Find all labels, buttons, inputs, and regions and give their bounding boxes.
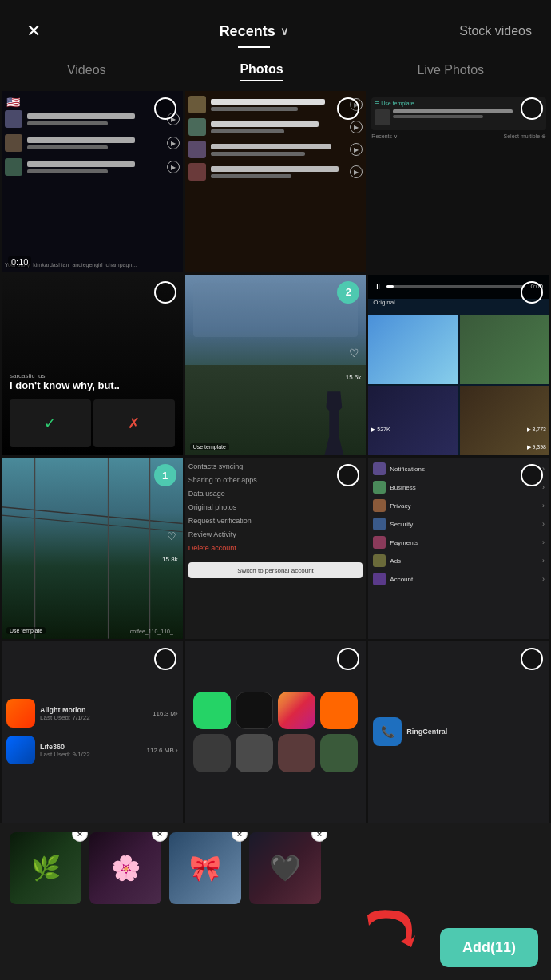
bottom-bar: Add(11) xyxy=(0,919,551,980)
instagram-icon xyxy=(278,692,315,729)
tray-thumb-1: 🌿 xyxy=(10,832,81,904)
grid-item-3[interactable]: ☰ Use template Recents ∨ Select multiple… xyxy=(368,91,549,272)
grid-item-5[interactable]: Use template 2 ♡ 15.6k xyxy=(185,275,367,456)
original-label: Original xyxy=(373,299,395,306)
data-usage-label: Data usage xyxy=(188,490,363,498)
header-title-group: Recents ∨ xyxy=(220,23,288,40)
add-button[interactable]: Add(11) xyxy=(440,928,538,967)
tray-thumb-2: 🌸 xyxy=(89,832,161,904)
tab-photos[interactable]: Photos xyxy=(240,62,283,81)
grid-item-7[interactable]: Use template coffee_110_110_... 1 ♡ 15.8… xyxy=(2,458,183,639)
grid-item-9[interactable]: Notifications › Business › Privacy › Sec… xyxy=(368,458,549,639)
request-verification-label: Request verification xyxy=(188,517,363,525)
tray-thumb-4: 🖤 xyxy=(249,832,321,904)
red-arrow-icon xyxy=(359,903,423,959)
tab-videos[interactable]: Videos xyxy=(67,63,106,81)
grid-item-10[interactable]: Alight Motion Last Used: 7/1/22 116.3 M›… xyxy=(2,641,183,823)
selection-badge-7[interactable]: 1 xyxy=(154,464,176,486)
username-3: andiegengirl xyxy=(72,262,102,268)
notifications-label: Notifications xyxy=(390,466,425,473)
selection-badge-4[interactable] xyxy=(154,281,176,304)
tray-close-1[interactable]: × xyxy=(72,832,88,842)
selection-badge-12[interactable] xyxy=(521,648,543,670)
grid-item-7-user: coffee_110_110_... xyxy=(130,629,178,634)
view-count-1: ▶ 527K xyxy=(371,427,390,433)
alight-motion-size: 116.3 M› xyxy=(153,710,178,717)
close-button[interactable]: ✕ xyxy=(19,21,48,42)
alight-motion-name: Alight Motion xyxy=(40,706,148,714)
use-template-badge-7: Use template xyxy=(6,627,46,634)
security-label: Security xyxy=(390,521,413,528)
chevron-priv: › xyxy=(542,502,545,510)
grid-item-6[interactable]: ⏸ 0:00 Original ▶ 527K ▶ 3,773 ▶ 9,398 xyxy=(368,275,549,456)
stock-videos-tab[interactable]: Stock videos xyxy=(459,24,532,38)
use-template-label: ☰ Use template xyxy=(375,101,414,107)
chevron-sec: › xyxy=(542,520,545,528)
selection-badge-5[interactable]: 2 xyxy=(337,281,359,304)
switch-account-btn: Switch to personal account xyxy=(237,567,314,574)
page-title: Recents xyxy=(220,23,276,40)
selection-badge-3[interactable] xyxy=(521,97,543,120)
grid-item-8[interactable]: Contacts syncing Sharing to other apps D… xyxy=(185,458,367,639)
selection-badge-1[interactable] xyxy=(154,97,176,120)
ringcentral-icon: 📞 xyxy=(381,725,394,738)
capcut-icon xyxy=(236,692,273,729)
grid-item-1[interactable]: 🇺🇸 ▶ ▶ ▶ Your story xyxy=(2,91,183,272)
selected-tray: 🌿 × 🌸 × 🎀 × 🖤 × xyxy=(0,823,551,919)
soundcloud-icon xyxy=(320,692,358,729)
sub-grid-green xyxy=(460,315,549,384)
grid-item-4[interactable]: sarcastic_us I don't know why, but.. ✓ ✗ xyxy=(2,275,183,456)
tray-item-1[interactable]: 🌿 × xyxy=(10,832,81,904)
business-label: Business xyxy=(390,484,415,491)
tray-item-2[interactable]: 🌸 × xyxy=(89,832,161,904)
x-icon: ✗ xyxy=(128,415,140,432)
payments-label: Payments xyxy=(390,539,418,546)
review-activity-label: Review Activity xyxy=(188,530,363,538)
tray-close-3[interactable]: × xyxy=(232,832,248,842)
like-icon-7: ♡ xyxy=(167,530,176,542)
view-count-3: ▶ 9,398 xyxy=(527,444,546,450)
chevron-pay: › xyxy=(542,538,545,546)
tab-live-photos[interactable]: Live Photos xyxy=(417,63,484,81)
username-4: champagn... xyxy=(106,262,137,268)
tray-close-2[interactable]: × xyxy=(152,832,168,842)
header: ✕ Recents ∨ Stock videos xyxy=(0,0,551,48)
recents-label: Recents ∨ xyxy=(371,133,398,140)
grid-item-12[interactable]: 📞 RingCentral xyxy=(368,641,549,823)
flag-icon: 🇺🇸 xyxy=(6,96,20,109)
contacts-syncing-label: Contacts syncing xyxy=(188,462,363,470)
like-icon-5: ♡ xyxy=(349,347,359,359)
sub-grid-sky xyxy=(368,315,458,384)
grid-item-2[interactable]: ▶ ▶ ▶ xyxy=(185,91,367,272)
selection-badge-10[interactable] xyxy=(154,648,176,670)
username-row: sarcastic_us xyxy=(10,372,175,379)
ringcentral-name: RingCentral xyxy=(406,728,545,736)
app-icon-5 xyxy=(193,734,231,772)
sub-grid-dark xyxy=(368,386,458,455)
photo-grid: 🇺🇸 ▶ ▶ ▶ Your story xyxy=(0,91,551,823)
username-handle: sarcastic_us xyxy=(10,372,45,379)
like-count-7: 15.8k xyxy=(162,556,178,563)
app-icon-6 xyxy=(236,734,273,772)
chevron-down-icon[interactable]: ∨ xyxy=(280,25,288,38)
life360-size: 112.6 MB › xyxy=(147,747,178,754)
tray-item-4[interactable]: 🖤 × xyxy=(249,832,321,904)
tray-item-3[interactable]: 🎀 × xyxy=(169,832,241,904)
use-template-badge-5: Use template xyxy=(190,443,229,450)
life360-date: Last Used: 9/1/22 xyxy=(40,751,142,758)
grid-item-11[interactable] xyxy=(185,641,367,823)
svg-line-0 xyxy=(2,507,183,524)
tray-thumb-3: 🎀 xyxy=(169,832,241,904)
checkmark-icon: ✓ xyxy=(44,415,56,432)
delete-account-label: Delete account xyxy=(188,544,363,552)
view-count-2: ▶ 3,773 xyxy=(527,427,546,433)
original-photos-label: Original photos xyxy=(188,503,363,511)
duration-1: 0:10 xyxy=(8,256,31,268)
powerline-bg: Use template coffee_110_110_... xyxy=(2,458,183,639)
alight-motion-date: Last Used: 7/1/22 xyxy=(40,714,148,721)
svg-line-1 xyxy=(2,515,183,532)
tray-close-4[interactable]: × xyxy=(311,832,327,842)
pause-icon: ⏸ xyxy=(375,283,382,291)
selection-badge-6[interactable] xyxy=(521,281,543,304)
life360-name: Life360 xyxy=(40,743,142,751)
